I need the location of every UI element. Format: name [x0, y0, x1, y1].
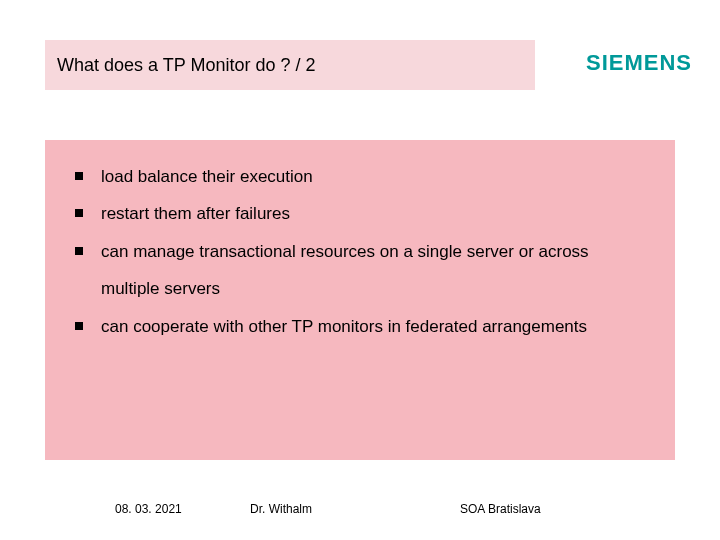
title-band: What does a TP Monitor do ? / 2 — [45, 40, 535, 90]
siemens-logo: SIEMENS — [586, 50, 692, 76]
footer-author: Dr. Withalm — [250, 502, 312, 516]
list-item: load balance their execution — [75, 158, 645, 195]
footer-date: 08. 03. 2021 — [115, 502, 182, 516]
list-item: restart them after failures — [75, 195, 645, 232]
footer-event: SOA Bratislava — [460, 502, 541, 516]
list-item: can cooperate with other TP monitors in … — [75, 308, 645, 345]
footer: 08. 03. 2021 Dr. Withalm SOA Bratislava — [0, 502, 720, 522]
slide-title: What does a TP Monitor do ? / 2 — [57, 55, 315, 76]
bullet-list: load balance their execution restart the… — [75, 158, 645, 345]
list-item: can manage transactional resources on a … — [75, 233, 645, 308]
slide: What does a TP Monitor do ? / 2 SIEMENS … — [0, 0, 720, 540]
content-panel: load balance their execution restart the… — [45, 140, 675, 460]
